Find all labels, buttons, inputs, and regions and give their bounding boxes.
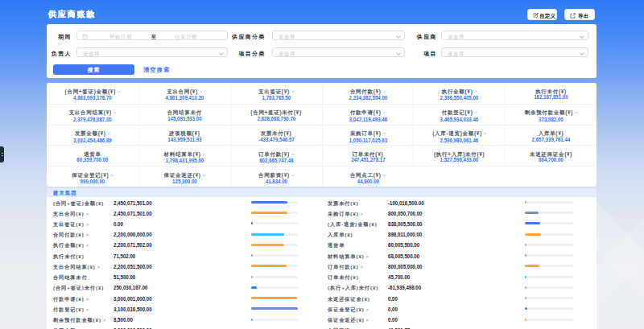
svg-text:?: ? — [90, 12, 93, 17]
